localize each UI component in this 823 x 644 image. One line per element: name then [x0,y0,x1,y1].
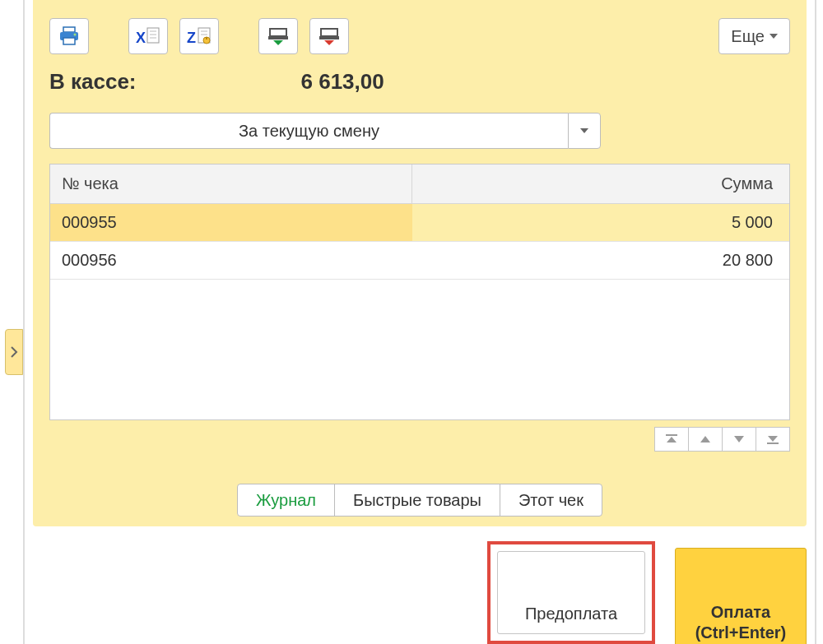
svg-marker-25 [768,436,778,442]
svg-text:X: X [136,30,146,46]
svg-rect-2 [63,38,75,44]
svg-rect-21 [666,434,677,436]
svg-marker-24 [734,436,744,442]
svg-rect-18 [321,29,337,36]
nav-up-button[interactable] [688,427,723,452]
prepay-button[interactable]: Предоплата [497,551,645,634]
nav-last-button[interactable] [756,427,790,452]
svg-text:Z: Z [187,30,196,46]
nav-first-button[interactable] [654,427,689,452]
chevron-down-icon [770,34,778,39]
tab-journal[interactable]: Журнал [237,484,335,517]
svg-marker-22 [667,437,677,442]
prepay-label: Предоплата [525,605,617,623]
svg-rect-15 [270,29,286,36]
z-report-button[interactable]: Z [179,18,219,54]
cell-sum: 20 800 [412,242,789,279]
toolbar: X Z [49,18,790,54]
table-row[interactable]: 000955 5 000 [50,204,789,242]
tab-this-check[interactable]: Этот чек [500,484,602,517]
tab-quick-goods[interactable]: Быстрые товары [334,484,500,517]
action-row: Предоплата Оплата (Ctrl+Enter) [33,535,807,644]
svg-marker-23 [700,436,710,442]
table-row[interactable]: 000956 20 800 [50,242,789,280]
period-filter-value[interactable]: За текущую смену [49,113,568,149]
bottom-tabs: Журнал Быстрые товары Этот чек [25,484,815,517]
svg-rect-16 [268,36,288,39]
receipts-grid[interactable]: № чека Сумма 000955 5 000 000956 20 800 [49,164,790,420]
svg-rect-14 [206,37,207,39]
app-panel: X Z [23,0,816,644]
pay-label-line2: (Ctrl+Enter) [695,623,787,643]
journal-panel: X Z [33,0,807,526]
pay-label-line1: Оплата [711,602,770,623]
grid-nav [49,427,790,452]
nav-down-button[interactable] [722,427,756,452]
cell-check: 000956 [50,242,412,279]
svg-rect-0 [63,27,75,32]
cash-out-button[interactable] [309,18,349,54]
svg-rect-26 [767,442,779,444]
expand-side-tab[interactable] [5,329,23,375]
highlight-annotation: Предоплата [487,541,655,644]
chevron-down-icon [580,128,588,133]
col-header-sum[interactable]: Сумма [412,164,789,203]
svg-marker-17 [273,40,283,45]
col-header-check[interactable]: № чека [50,164,412,203]
print-button[interactable] [49,18,89,54]
more-button[interactable]: Еще [718,18,790,54]
cell-sum: 5 000 [412,204,789,241]
more-label: Еще [731,27,765,46]
grid-header: № чека Сумма [50,164,789,204]
x-report-button[interactable]: X [128,18,168,54]
svg-marker-20 [324,40,334,45]
cash-info: В кассе: 6 613,00 [49,69,790,95]
cash-in-button[interactable] [258,18,298,54]
svg-point-3 [74,34,77,36]
cash-value: 6 613,00 [301,69,384,95]
period-filter[interactable]: За текущую смену [49,113,601,149]
pay-button[interactable]: Оплата (Ctrl+Enter) [675,548,807,644]
svg-rect-19 [319,36,339,39]
cash-label: В кассе: [49,69,137,95]
cell-check: 000955 [50,204,412,241]
svg-rect-4 [147,28,159,43]
period-filter-dropdown[interactable] [568,113,601,149]
